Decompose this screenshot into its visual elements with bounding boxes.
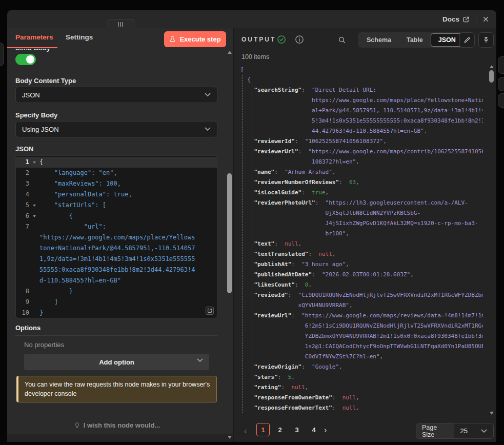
lightbulb-icon — [74, 422, 80, 429]
json-output-line: "reviewerUrl": "https://www.google.com/m… — [240, 147, 483, 157]
prev-page-button[interactable]: ‹ — [244, 427, 247, 436]
scroll-up-icon[interactable] — [490, 65, 494, 68]
header-divider — [476, 15, 476, 24]
editor-line[interactable]: 5 "startUrls": [ — [16, 200, 217, 211]
left-scrollbar-thumb[interactable] — [227, 173, 232, 293]
json-output-line: al+Park/@44.5857951,-110.5140571,9z/data… — [240, 106, 483, 116]
editor-line[interactable]: "https://www.google.com/maps/place/Yello… — [16, 232, 217, 243]
items-count: 100 items — [241, 53, 269, 60]
json-output-line: https://www.google.com/maps/place/Yellow… — [240, 95, 483, 106]
drag-handle[interactable] — [107, 19, 134, 29]
json-output-line: [ — [240, 65, 483, 75]
scroll-up-icon[interactable] — [228, 51, 232, 54]
tab-settings[interactable]: Settings — [66, 33, 93, 41]
search-icon[interactable] — [338, 36, 346, 44]
page-button-3[interactable]: 3 — [290, 423, 304, 436]
docs-link[interactable]: Docs — [442, 15, 470, 23]
json-output-line: "reviewerNumberOfReviews": 63, — [240, 177, 483, 188]
page-button-2[interactable]: 2 — [273, 423, 287, 436]
json-output-line: "searchString": "Direct Detail URL: — [240, 85, 483, 95]
expand-editor-icon[interactable] — [206, 307, 214, 315]
editor-line[interactable]: 2 "language": "en", — [16, 168, 217, 178]
send-body-toggle[interactable] — [15, 54, 36, 65]
editor-line[interactable]: 1,9z/data=!3m1!4b1!4m5!3m4!1s0x5351e5555… — [16, 254, 217, 265]
canvas-fragment-right-3 — [498, 93, 504, 108]
pin-data-button[interactable] — [478, 32, 494, 48]
json-output-line: 1s2@1:CAIQACodChtycF9oOnpTTWVwbG1LNTFqaX… — [240, 341, 483, 352]
view-tab-table[interactable]: Table — [399, 33, 431, 47]
feedback-link[interactable]: I wish this node would... — [7, 421, 227, 429]
dialog-header: Docs — [7, 10, 496, 28]
json-output-line: "reviewerPhotoUrl": "https://lh3.googleu… — [240, 198, 483, 208]
editor-line[interactable]: 1{ — [16, 157, 217, 168]
json-editor[interactable]: 1{2 "language": "en",3 "maxReviews": 100… — [15, 155, 217, 318]
json-output-line: 108372?hl=en", — [240, 157, 483, 167]
json-output-line: "responseFromOwnerDate": null, — [240, 393, 483, 403]
scroll-down-icon[interactable] — [489, 410, 494, 417]
json-output-line: br100", — [240, 229, 483, 239]
json-output-line: "reviewId": "Ci9DQU1RQUNvZENodHljRjlvT25… — [240, 290, 483, 300]
json-field-label: JSON — [15, 145, 33, 153]
add-option-label: Add option — [99, 358, 134, 366]
next-page-button[interactable]: › — [324, 426, 327, 435]
tab-parameters[interactable]: Parameters — [15, 33, 53, 41]
json-output-line: "rating": null, — [240, 382, 483, 393]
fold-chevron-icon[interactable] — [29, 157, 39, 168]
json-output-line: "textTranslated": null, — [240, 249, 483, 259]
json-output-view[interactable]: [ { "searchString": "Direct Detail URL: … — [240, 65, 483, 414]
editor-line[interactable]: 10} — [16, 308, 217, 318]
page-button-1[interactable]: 1 — [256, 423, 270, 436]
edit-output-button[interactable] — [459, 32, 475, 48]
view-tab-schema[interactable]: Schema — [359, 33, 399, 47]
execute-step-label: Execute step — [179, 35, 220, 43]
editor-line[interactable]: tone+National+Park/@44.5857951,-110.5140… — [16, 243, 217, 254]
scroll-down-icon[interactable] — [227, 434, 233, 441]
execute-step-button[interactable]: Execute step — [164, 31, 226, 47]
feedback-label: I wish this node would... — [84, 421, 160, 429]
specify-body-value: Using JSON — [22, 126, 59, 133]
editor-line[interactable]: 6 { — [16, 211, 217, 221]
json-output-line: "name": "Arhum Arshad", — [240, 167, 483, 177]
json-output-line: 44.427963!4d-110.588455?hl=en-GB", — [240, 126, 483, 136]
editor-line[interactable]: 9 ] — [16, 297, 217, 308]
raw-requests-notice: You can view the raw requests this node … — [16, 376, 217, 402]
chevron-down-icon — [481, 429, 487, 433]
output-header: OUTPUT SchemaTableJSON — [234, 28, 496, 51]
chevron-down-icon — [197, 358, 203, 362]
pencil-icon — [463, 36, 471, 44]
left-scrollbar[interactable] — [227, 49, 233, 442]
editor-line[interactable]: 3 "maxReviews": 100, — [16, 178, 217, 189]
editor-line[interactable]: d-110.588455?hl=en-GB" — [16, 275, 217, 286]
json-output-line: "publishedAtDate": "2026-02-03T00:01:28.… — [240, 270, 483, 280]
output-scrollbar-thumb[interactable] — [489, 70, 494, 83]
close-icon[interactable] — [482, 16, 489, 23]
editor-line[interactable]: 55555:0xaca8f930348fe1bb!8m2!3d44.427963… — [16, 265, 217, 275]
add-option-button[interactable]: Add option — [24, 354, 209, 370]
json-output-line: YZDBZbmxQYVU4NU9VRRAB!2m1!1s0x0:0xaca8f9… — [240, 331, 483, 341]
editor-line[interactable]: 4 "personalData": true, — [16, 189, 217, 200]
page-size-value: 25 — [460, 427, 468, 435]
json-editor-lines: 1{2 "language": "en",3 "maxReviews": 100… — [16, 157, 217, 318]
editor-line[interactable]: 8 } — [16, 286, 217, 297]
options-heading: Options — [15, 324, 217, 336]
json-output-line: "publishAt": "3 hours ago", — [240, 259, 483, 270]
body-content-type-select[interactable]: JSON — [15, 87, 217, 103]
info-icon[interactable] — [295, 35, 304, 44]
pane-bottom-edge — [7, 434, 233, 442]
node-dialog: Docs Parameters Settings — [7, 10, 496, 442]
json-output-line: { — [240, 75, 483, 85]
output-scrollbar[interactable] — [489, 63, 494, 417]
docs-label: Docs — [442, 15, 459, 23]
fold-chevron-icon[interactable] — [29, 200, 39, 211]
editor-line[interactable]: 7 "url": — [16, 221, 217, 232]
json-output-line: 6!2m5!1sCi9DQU1RQUNvZENodHljRjlvT25wVFRX… — [240, 321, 483, 331]
json-output-line: C0dVIfNYwZSt%7C?hl=en", — [240, 352, 483, 362]
specify-body-select[interactable]: Using JSON — [15, 121, 217, 137]
fold-chevron-icon[interactable] — [29, 211, 39, 221]
flask-icon — [169, 36, 176, 43]
json-output-line: "reviewerId": "106252558741056108372", — [240, 136, 483, 147]
view-tab-json[interactable]: JSON — [431, 33, 463, 47]
page-button-4[interactable]: 4 — [307, 423, 320, 436]
page-size-control[interactable]: Page Size 25 — [416, 423, 494, 439]
external-link-icon — [462, 16, 470, 23]
